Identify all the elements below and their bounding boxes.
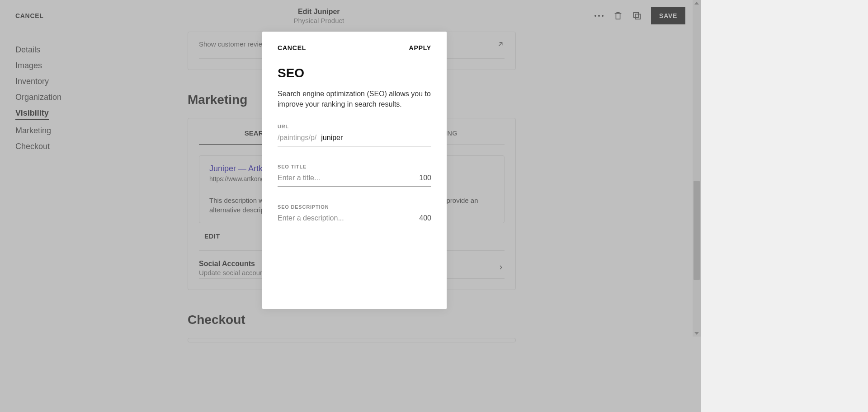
seo-title-count: 100 bbox=[419, 174, 431, 182]
url-field[interactable]: /paintings/p/ juniper bbox=[278, 134, 431, 147]
sidebar-item-visibility[interactable]: Visibility bbox=[15, 108, 49, 120]
seo-title-placeholder: Enter a title... bbox=[278, 174, 320, 182]
modal-cancel-button[interactable]: CANCEL bbox=[278, 44, 306, 52]
edit-seo-button[interactable]: EDIT bbox=[199, 233, 220, 250]
seo-modal: CANCEL APPLY SEO Search engine optimizat… bbox=[262, 32, 447, 309]
modal-title: SEO bbox=[278, 66, 431, 80]
seo-description-input[interactable]: Enter a description... 400 bbox=[278, 214, 431, 227]
chevron-right-icon bbox=[497, 264, 505, 273]
scrollbar[interactable] bbox=[693, 0, 701, 337]
svg-rect-0 bbox=[634, 13, 639, 18]
url-prefix: /paintings/p/ bbox=[278, 134, 316, 142]
page-title: Edit Juniper bbox=[44, 8, 594, 16]
trash-icon bbox=[613, 11, 623, 21]
modal-apply-button[interactable]: APPLY bbox=[409, 44, 431, 52]
more-options-icon[interactable] bbox=[594, 11, 604, 21]
ellipsis-icon bbox=[594, 15, 604, 17]
seo-description-label: SEO DESCRIPTION bbox=[278, 204, 431, 210]
arrow-up-right-icon bbox=[496, 40, 505, 48]
seo-description-count: 400 bbox=[419, 214, 431, 222]
sidebar-item-marketing[interactable]: Marketing bbox=[15, 126, 51, 136]
checkout-card bbox=[188, 338, 516, 342]
duplicate-button[interactable] bbox=[632, 11, 642, 21]
sidebar-item-details[interactable]: Details bbox=[15, 45, 40, 55]
sidebar-item-images[interactable]: Images bbox=[15, 61, 42, 70]
scrollbar-thumb[interactable] bbox=[693, 181, 700, 280]
sidebar: Details Images Inventory Organization Vi… bbox=[0, 32, 97, 412]
cancel-button[interactable]: CANCEL bbox=[15, 12, 44, 19]
page-subtitle: Physical Product bbox=[44, 17, 594, 24]
external-link-button[interactable] bbox=[496, 40, 505, 50]
duplicate-icon bbox=[632, 11, 642, 21]
seo-title-input[interactable]: Enter a title... 100 bbox=[278, 174, 431, 187]
seo-title-label: SEO TITLE bbox=[278, 164, 431, 169]
svg-rect-1 bbox=[635, 14, 640, 19]
seo-description-placeholder: Enter a description... bbox=[278, 214, 344, 222]
sidebar-item-organization[interactable]: Organization bbox=[15, 93, 61, 102]
url-value[interactable]: juniper bbox=[321, 134, 343, 142]
delete-button[interactable] bbox=[613, 11, 623, 21]
modal-description: Search engine optimization (SEO) allows … bbox=[278, 89, 431, 109]
checkout-heading: Checkout bbox=[188, 313, 516, 327]
save-button[interactable]: SAVE bbox=[651, 7, 685, 24]
url-field-label: URL bbox=[278, 124, 431, 129]
sidebar-item-checkout[interactable]: Checkout bbox=[15, 142, 50, 151]
sidebar-item-inventory[interactable]: Inventory bbox=[15, 77, 49, 86]
